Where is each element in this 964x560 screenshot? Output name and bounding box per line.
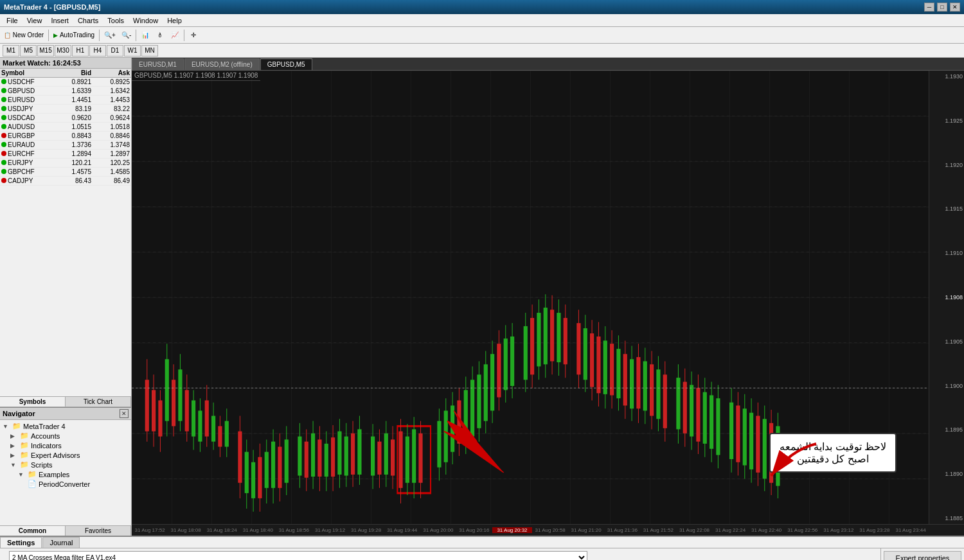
time-tick-5: 31 Aug 18:56: [276, 527, 312, 533]
mw-tab-tick-chart[interactable]: Tick Chart: [66, 397, 131, 407]
time-tick-18: 31 Aug 22:40: [749, 527, 785, 533]
time-tick-1: 31 Aug 17:52: [132, 527, 168, 533]
mw-row-audusd[interactable]: AUDUSD 1.0515 1.0518: [0, 123, 131, 132]
title-bar: MetaTrader 4 - [GBPUSD,M5] ─ □ ✕: [0, 0, 964, 14]
tree-expand-icon-examples: ▼: [18, 471, 26, 478]
file-icon-pc: 📄: [28, 480, 37, 488]
navigator-collapse-btn[interactable]: ✕: [120, 409, 129, 418]
tree-item-scripts[interactable]: ▼ 📁 Scripts: [9, 460, 130, 469]
menu-bar: File View Insert Charts Tools Window Hel…: [0, 14, 964, 27]
zoom-out-btn[interactable]: 🔍-: [119, 28, 134, 42]
mw-row-gbpusd[interactable]: GBPUSD 1.6339 1.6342: [0, 87, 131, 96]
sep3: [136, 30, 136, 41]
tree-label-accounts: Accounts: [31, 432, 60, 440]
tree-item-accounts[interactable]: ▶ 📁 Accounts: [9, 431, 130, 441]
tree-item-period-converter[interactable]: 📄 PeriodConverter: [17, 479, 130, 489]
time-tick-6: 31 Aug 19:12: [312, 527, 348, 533]
st-ea-dropdown[interactable]: 2 MA Crosses Mega filter EA V1.ex4: [9, 551, 587, 560]
period-w1[interactable]: W1: [124, 45, 141, 57]
close-button[interactable]: ✕: [950, 3, 960, 12]
tree-expand-icon-indicators: ▶: [10, 442, 18, 449]
period-mn[interactable]: MN: [141, 45, 158, 57]
crosshair-btn[interactable]: ✛: [186, 28, 201, 42]
period-m1[interactable]: M1: [3, 45, 19, 57]
main-content: Market Watch: 16:24:53 Symbol Bid Ask US…: [0, 58, 964, 536]
period-m15[interactable]: M15: [37, 45, 54, 57]
mw-row-eurjpy[interactable]: EURJPY 120.21 120.25: [0, 159, 131, 168]
mw-tab-symbols[interactable]: Symbols: [0, 397, 66, 407]
expert-properties-btn[interactable]: Expert properties: [884, 551, 961, 560]
time-tick-3: 31 Aug 18:24: [204, 527, 240, 533]
menu-window[interactable]: Window: [129, 15, 162, 26]
chart-canvas[interactable]: GBPUSD,M5 1.1907 1.1908 1.1907 1.1908: [132, 71, 929, 524]
price-label-4: 1.1915: [931, 206, 963, 212]
new-order-btn[interactable]: 📋 New Order: [1, 28, 46, 42]
zoom-in-btn[interactable]: 🔍+: [102, 28, 118, 42]
period-d1[interactable]: D1: [107, 45, 123, 57]
price-label-3: 1.1920: [931, 162, 963, 168]
period-m30[interactable]: M30: [55, 45, 71, 57]
market-watch-table: Symbol Bid Ask USDCHF 0.8921 0.8925 GBPU…: [0, 69, 131, 396]
menu-charts[interactable]: Charts: [74, 15, 102, 26]
menu-view[interactable]: View: [23, 15, 46, 26]
minimize-button[interactable]: ─: [924, 3, 934, 12]
time-tick-20: 31 Aug 23:12: [821, 527, 857, 533]
mw-row-cadjpy[interactable]: CADJPY 86.43 86.49: [0, 177, 131, 186]
chart-bar-btn[interactable]: 📊: [138, 28, 152, 42]
market-watch-header: Market Watch: 16:24:53: [0, 58, 131, 69]
time-tick-7: 31 Aug 19:28: [348, 527, 384, 533]
chart-tab-eurusd-m2[interactable]: EURUSD,M2 (offline): [184, 58, 260, 70]
chart-tab-gbpusd-m5[interactable]: GBPUSD,M5: [260, 58, 312, 70]
title-bar-controls: ─ □ ✕: [924, 3, 960, 12]
maximize-button[interactable]: □: [937, 3, 947, 12]
time-tick-4: 31 Aug 18:40: [240, 527, 276, 533]
menu-file[interactable]: File: [3, 15, 22, 26]
menu-tools[interactable]: Tools: [103, 15, 128, 26]
st-content: 2 MA Crosses Mega filter EA V1.ex4 Symbo…: [0, 548, 964, 560]
toolbar-1: 📋 New Order ▶ AutoTrading 🔍+ 🔍- 📊 🕯 📈 ✛: [0, 27, 964, 44]
col-symbol: Symbol: [1, 69, 53, 76]
tree-label-ea: Expert Advisors: [31, 451, 80, 459]
price-label-11: 1.1885: [931, 515, 963, 521]
tree-label-scripts: Scripts: [31, 461, 53, 469]
period-h4[interactable]: H4: [89, 45, 106, 57]
chart-candle-btn[interactable]: 🕯: [153, 28, 167, 42]
sep1: [48, 30, 49, 41]
nav-tab-common[interactable]: Common: [0, 526, 66, 536]
tree-item-mt4[interactable]: ▼ 📁 MetaTrader 4: [1, 421, 130, 431]
red-arrow-overlay: [752, 437, 829, 489]
tree-item-expert-advisors[interactable]: ▶ 📁 Expert Advisors: [9, 450, 130, 460]
chart-info-header: GBPUSD,M5 1.1907 1.1908 1.1907 1.1908: [132, 71, 260, 81]
tree-expand-icon-accounts: ▶: [10, 433, 18, 439]
mw-row-eurgbp[interactable]: EURGBP 0.8843 0.8846: [0, 132, 131, 141]
period-h1[interactable]: H1: [72, 45, 89, 57]
mw-row-gbpchf[interactable]: GBPCHF 1.4575 1.4585: [0, 168, 131, 177]
mw-row-usdchf[interactable]: USDCHF 0.8921 0.8925: [0, 78, 131, 87]
period-m5[interactable]: M5: [20, 45, 37, 57]
tree-item-indicators[interactable]: ▶ 📁 Indicators: [9, 441, 130, 450]
auto-trading-btn[interactable]: ▶ AutoTrading: [51, 28, 97, 42]
time-tick-21: 31 Aug 23:28: [857, 527, 893, 533]
chart-tab-eurusd-m1[interactable]: EURUSD,M1: [132, 58, 184, 70]
mw-row-euraud[interactable]: EURAUD 1.3736 1.3748: [0, 141, 131, 150]
mw-row-eurusd[interactable]: EURUSD 1.4451 1.4453: [0, 96, 131, 105]
st-tab-settings[interactable]: Settings: [0, 537, 42, 548]
menu-help[interactable]: Help: [163, 15, 186, 26]
mw-row-usdjpy[interactable]: USDJPY 83.19 83.22: [0, 105, 131, 114]
st-main: 2 MA Crosses Mega filter EA V1.ex4 Symbo…: [0, 548, 880, 560]
menu-insert[interactable]: Insert: [47, 15, 73, 26]
tree-expand-icon-ea: ▶: [10, 452, 18, 459]
st-tab-journal[interactable]: Journal: [42, 537, 80, 548]
mw-row-eurchf[interactable]: EURCHF 1.2894 1.2897: [0, 150, 131, 159]
price-label-2: 1.1925: [931, 118, 963, 124]
navigator: Navigator ✕ ▼ 📁 MetaTrader 4 ▶ 📁 Account…: [0, 407, 131, 536]
nav-tab-favorites[interactable]: Favorites: [66, 526, 131, 536]
strategy-tester: Settings Journal 2 MA Crosses Mega filte…: [0, 536, 964, 560]
mw-row-usdcad[interactable]: USDCAD 0.9620 0.9624: [0, 114, 131, 123]
navigator-tree: ▼ 📁 MetaTrader 4 ▶ 📁 Accounts ▶ 📁 Indica…: [0, 420, 131, 525]
strategy-tester-tabs: Settings Journal: [0, 537, 964, 548]
tree-item-examples[interactable]: ▼ 📁 Examples: [17, 469, 130, 479]
time-scale: 31 Aug 17:52 31 Aug 18:08 31 Aug 18:24 3…: [132, 524, 964, 536]
chart-line-btn[interactable]: 📈: [168, 28, 182, 42]
navigator-tabs: Common Favorites: [0, 525, 131, 536]
